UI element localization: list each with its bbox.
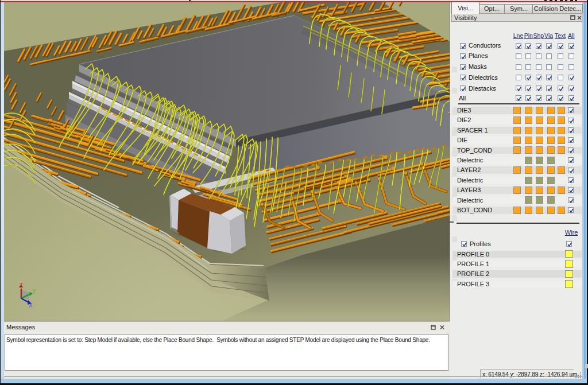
svg-text:Y: Y <box>32 289 36 295</box>
svg-text:X: X <box>29 302 33 309</box>
